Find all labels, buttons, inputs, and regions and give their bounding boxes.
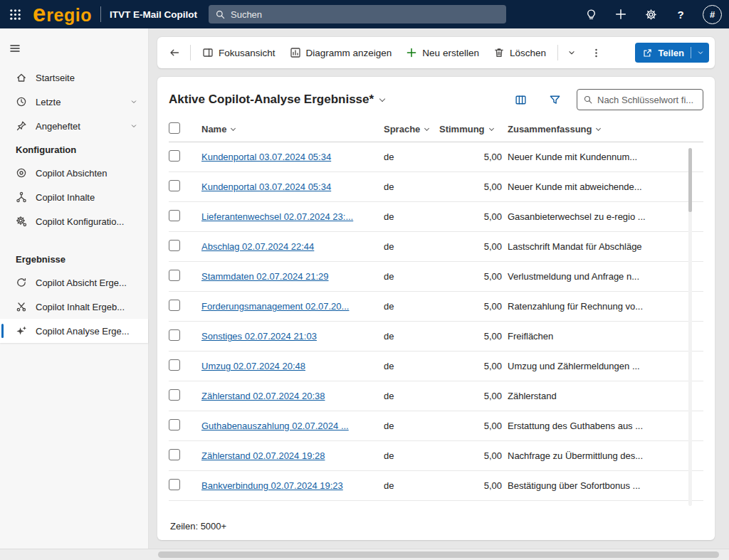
sidebar-section-ergebnisse: Ergebnisse (0, 248, 148, 270)
vertical-scrollbar[interactable] (688, 148, 692, 506)
row-name-link[interactable]: Zählerstand 02.07.2024 19:28 (201, 450, 384, 461)
row-zusammenfassung: Erstattung des Guthabens aus ... (508, 421, 672, 431)
new-button[interactable]: Neu erstellen (399, 41, 486, 64)
sidebar-item-label: Copilot Absicht Erge... (36, 278, 127, 288)
row-name-link[interactable]: Kundenportal 03.07.2024 05:34 (201, 152, 384, 162)
column-header-stimmung[interactable]: Stimmung (439, 124, 508, 134)
row-name-link[interactable]: Lieferantenwechsel 02.07.2024 23:... (201, 211, 384, 222)
logo-letter: e (33, 3, 46, 24)
column-header-zusammenfassung[interactable]: Zusammenfassung (508, 124, 672, 134)
back-button[interactable] (163, 41, 186, 64)
row-checkbox[interactable] (169, 449, 180, 460)
help-button[interactable]: ? (666, 0, 696, 28)
column-header-name[interactable]: Name (201, 124, 384, 134)
table-row[interactable]: Lieferantenwechsel 02.07.2024 23:... de … (169, 202, 703, 232)
row-checkbox[interactable] (169, 180, 180, 191)
column-header-sprache[interactable]: Sprache (384, 124, 439, 134)
sidebar-toggle-button[interactable] (9, 37, 33, 60)
row-name-link[interactable]: Stammdaten 02.07.2024 21:29 (201, 271, 384, 282)
vertical-scrollbar-thumb[interactable] (688, 148, 692, 212)
sidebar-item-label: Copilot Inhalte (36, 192, 95, 203)
user-avatar[interactable]: # (703, 5, 722, 24)
more-commands-chevron-button[interactable] (562, 41, 581, 64)
row-name-link[interactable]: Forderungsmanagement 02.07.20... (201, 301, 384, 312)
filter-button[interactable] (542, 88, 567, 111)
row-name-link[interactable]: Sonstiges 02.07.2024 21:03 (201, 331, 384, 342)
horizontal-scrollbar-thumb[interactable] (158, 551, 719, 558)
row-name-link[interactable]: Umzug 02.07.2024 20:48 (201, 361, 384, 371)
trash-icon (493, 47, 505, 58)
table-row[interactable]: Kundenportal 03.07.2024 05:34 de 5,00 Ne… (169, 172, 703, 202)
ideas-button[interactable] (576, 0, 606, 28)
row-checkbox[interactable] (169, 210, 180, 221)
waffle-menu-button[interactable] (0, 0, 30, 28)
chevron-down-icon (596, 125, 601, 130)
row-checkbox[interactable] (169, 240, 180, 251)
table-row[interactable]: Bankverbindung 02.07.2024 19:23 de 5,00 … (169, 471, 703, 501)
row-checkbox[interactable] (169, 300, 180, 311)
plus-icon (614, 8, 627, 21)
app-name[interactable]: ITVT E-Mail Copilot (110, 9, 197, 20)
sidebar-item-copilot-inhalte[interactable]: Copilot Inhalte (0, 185, 148, 209)
global-search-input[interactable] (231, 9, 500, 20)
sidebar-item-copilot-konfiguration[interactable]: Copilot Konfiguratio... (0, 209, 148, 233)
row-zusammenfassung: Neuer Kunde mit abweichende... (508, 181, 672, 192)
gear-icon (645, 9, 657, 21)
row-name-link[interactable]: Guthabenauszahlung 02.07.2024 ... (201, 421, 384, 431)
row-checkbox[interactable] (169, 270, 180, 281)
keyword-filter-input[interactable] (597, 95, 697, 105)
row-zusammenfassung: Zählerstand (508, 391, 672, 401)
table-row[interactable]: Guthabenauszahlung 02.07.2024 ... de 5,0… (169, 411, 703, 441)
row-checkbox[interactable] (169, 479, 180, 490)
show-chart-button[interactable]: Diagramm anzeigen (283, 41, 399, 64)
sidebar-item-copilot-absichten[interactable]: Copilot Absichten (0, 161, 148, 185)
table-row[interactable]: Sonstiges 02.07.2024 21:03 de 5,00 Freif… (169, 322, 703, 352)
table-row[interactable]: Zählerstand 02.07.2024 19:28 de 5,00 Nac… (169, 441, 703, 471)
row-count: Zeilen: 5000+ (169, 512, 703, 540)
table-row[interactable]: Kundenportal 03.07.2024 05:34 de 5,00 Ne… (169, 142, 703, 172)
sidebar-item-copilot-analyse-ergebnisse[interactable]: Copilot Analyse Erge... (0, 319, 148, 343)
row-checkbox[interactable] (169, 359, 180, 371)
row-name-link[interactable]: Abschlag 02.07.2024 22:44 (201, 241, 384, 252)
table-row[interactable]: Abschlag 02.07.2024 22:44 de 5,00 Lastsc… (169, 232, 703, 262)
edit-columns-button[interactable] (508, 88, 533, 111)
view-selector[interactable]: Aktive Copilot-Analyse Ergebnisse* (169, 93, 384, 107)
focus-view-button[interactable]: Fokusansicht (195, 41, 283, 64)
row-name-link[interactable]: Kundenportal 03.07.2024 05:34 (201, 181, 384, 192)
row-sprache: de (384, 361, 439, 371)
sidebar-item-copilot-inhalt-ergebnisse[interactable]: Copilot Inhalt Ergeb... (0, 295, 148, 319)
sync-icon (16, 277, 27, 288)
row-checkbox[interactable] (169, 389, 180, 401)
focus-view-label: Fokusansicht (219, 48, 276, 58)
select-all-checkbox[interactable] (169, 122, 180, 134)
row-stimmung: 5,00 (439, 421, 508, 431)
row-checkbox[interactable] (169, 329, 180, 341)
sidebar-item-letzte[interactable]: Letzte (0, 90, 148, 114)
sidebar-item-angeheftet[interactable]: Angeheftet (0, 114, 148, 138)
sidebar-navigation: Startseite Letzte Angeheftet Konfigurati… (0, 28, 149, 549)
table-row[interactable]: Stammdaten 02.07.2024 21:29 de 5,00 Verl… (169, 262, 703, 292)
row-name-link[interactable]: Bankverbindung 02.07.2024 19:23 (201, 480, 384, 491)
table-row[interactable]: Zählerstand 02.07.2024 20:38 de 5,00 Zäh… (169, 381, 703, 411)
global-search-box[interactable] (209, 5, 506, 23)
horizontal-scrollbar[interactable] (0, 549, 729, 560)
sidebar-item-startseite[interactable]: Startseite (0, 65, 148, 90)
main-content: Fokusansicht Diagramm anzeigen Neu erste… (149, 28, 729, 549)
table-row[interactable]: Forderungsmanagement 02.07.20... de 5,00… (169, 292, 703, 322)
sidebar-item-copilot-absicht-ergebnisse[interactable]: Copilot Absicht Erge... (0, 270, 148, 295)
new-record-button[interactable] (606, 0, 636, 28)
row-sprache: de (384, 152, 439, 162)
delete-button[interactable]: Löschen (486, 41, 553, 64)
row-name-link[interactable]: Zählerstand 02.07.2024 20:38 (201, 391, 384, 401)
row-zusammenfassung: Neuer Kunde mit Kundennum... (508, 152, 672, 162)
table-header-row: Name Sprache Stimmung Zusammenfassung (169, 117, 703, 142)
share-button[interactable]: Teilen (635, 43, 709, 63)
keyword-filter-box[interactable] (577, 89, 703, 110)
row-stimmung: 5,00 (439, 241, 508, 252)
settings-button[interactable] (636, 0, 666, 28)
row-stimmung: 5,00 (439, 152, 508, 162)
row-checkbox[interactable] (169, 419, 180, 430)
table-row[interactable]: Umzug 02.07.2024 20:48 de 5,00 Umzug und… (169, 352, 703, 381)
row-checkbox[interactable] (169, 150, 180, 162)
overflow-menu-button[interactable] (585, 41, 607, 64)
